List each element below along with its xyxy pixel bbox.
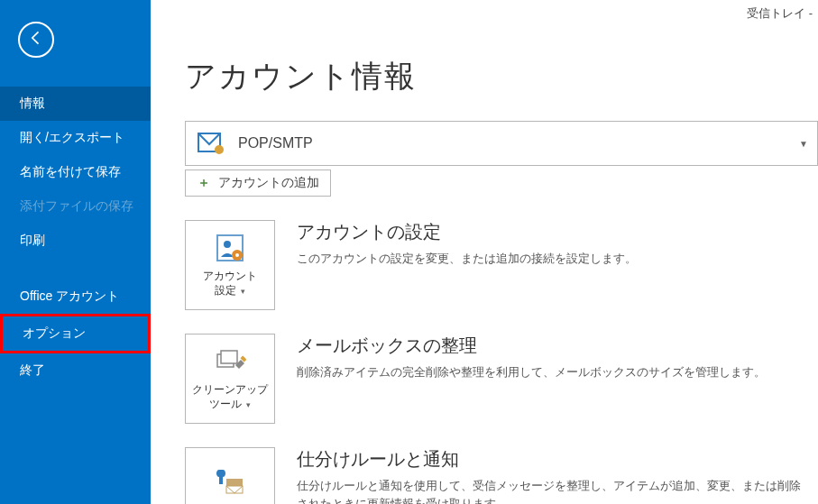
chevron-down-icon: ▾ <box>238 287 245 296</box>
account-selector-label: POP/SMTP <box>238 135 313 151</box>
account-settings-caption: アカウント設定 ▾ <box>203 270 257 298</box>
add-account-label: アカウントの追加 <box>218 175 319 191</box>
cleanup-desc: 削除済みアイテムの完全削除や整理を利用して、メールボックスのサイズを管理します。 <box>297 363 807 381</box>
sidebar-item-info[interactable]: 情報 <box>0 87 151 121</box>
account-settings-button[interactable]: アカウント設定 ▾ <box>185 220 275 310</box>
sidebar: 情報 開く/エクスポート 名前を付けて保存 添付ファイルの保存 印刷 Offic… <box>0 0 151 504</box>
cleanup-caption: クリーンアップツール ▾ <box>192 383 268 411</box>
add-account-button[interactable]: ＋ アカウントの追加 <box>185 170 331 197</box>
mailbox-icon <box>195 130 227 157</box>
sidebar-item-save-attachments: 添付ファイルの保存 <box>0 189 151 224</box>
plus-icon: ＋ <box>197 176 211 190</box>
rules-title: 仕分けルールと通知 <box>297 447 807 472</box>
chevron-down-icon: ▼ <box>799 139 808 149</box>
cleanup-icon <box>214 345 246 378</box>
section-account-settings: アカウント設定 ▾ アカウントの設定 このアカウントの設定を変更、または追加の接… <box>185 220 818 310</box>
cleanup-tools-button[interactable]: クリーンアップツール ▾ <box>185 334 275 424</box>
svg-point-3 <box>224 241 231 248</box>
rules-desc: 仕分けルールと通知を使用して、受信メッセージを整理し、アイテムが追加、変更、また… <box>297 477 807 504</box>
cleanup-title: メールボックスの整理 <box>297 334 807 358</box>
section-rules: 仕分けルールと 仕分けルールと通知 仕分けルールと通知を使用して、受信メッセージ… <box>185 447 818 504</box>
svg-rect-10 <box>226 486 243 493</box>
svg-rect-7 <box>221 351 237 363</box>
sidebar-item-open-export[interactable]: 開く/エクスポート <box>0 121 151 155</box>
arrow-left-icon <box>27 29 45 50</box>
rules-icon <box>214 466 246 499</box>
sidebar-item-options[interactable]: オプション <box>0 314 151 353</box>
svg-point-1 <box>215 145 224 154</box>
account-settings-title: アカウントの設定 <box>297 220 807 244</box>
page-title: アカウント情報 <box>185 56 818 97</box>
account-selector[interactable]: POP/SMTP ▼ <box>185 121 818 166</box>
main-content: アカウント情報 POP/SMTP ▼ ＋ アカウントの追加 <box>151 0 818 504</box>
section-cleanup: クリーンアップツール ▾ メールボックスの整理 削除済みアイテムの完全削除や整理… <box>185 334 818 424</box>
chevron-down-icon: ▾ <box>244 400 251 409</box>
back-button[interactable] <box>18 22 54 58</box>
account-settings-desc: このアカウントの設定を変更、または追加の接続を設定します。 <box>297 250 807 268</box>
sidebar-item-save-as[interactable]: 名前を付けて保存 <box>0 155 151 189</box>
sidebar-item-print[interactable]: 印刷 <box>0 224 151 258</box>
account-settings-icon <box>214 232 246 264</box>
svg-point-5 <box>235 253 239 257</box>
rules-alerts-button[interactable]: 仕分けルールと <box>185 447 275 504</box>
sidebar-item-exit[interactable]: 終了 <box>0 353 151 388</box>
sidebar-item-office-account[interactable]: Office アカウント <box>0 279 151 314</box>
